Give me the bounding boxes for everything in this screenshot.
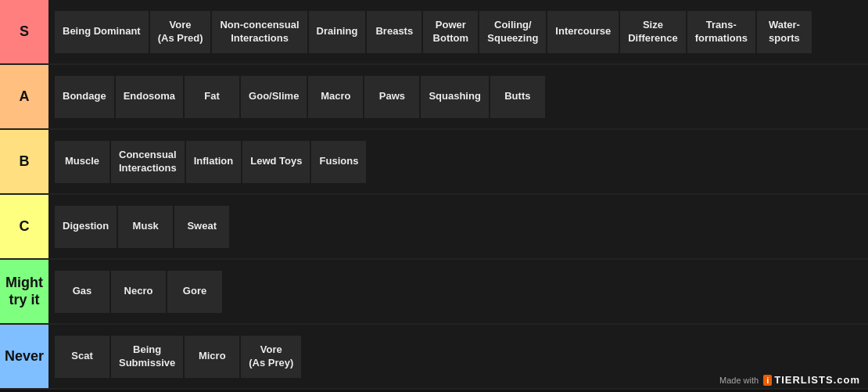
tier-label-a: A — [0, 65, 48, 128]
tier-item[interactable]: Scat — [55, 336, 109, 378]
tier-content-c: DigestionMuskSweat — [48, 195, 868, 258]
footer: Made with i TIERLISTS.com — [719, 374, 860, 386]
tier-item[interactable]: Non-concensual Interactions — [212, 11, 307, 53]
tier-item[interactable]: Squashing — [421, 76, 488, 118]
tier-row-c: CDigestionMuskSweat — [0, 195, 868, 260]
logo-text: TIERLISTS.com — [774, 374, 860, 386]
tier-item[interactable]: Size Difference — [620, 11, 686, 53]
tier-item[interactable]: Macro — [308, 76, 363, 118]
footer-logo: i TIERLISTS.com — [763, 374, 860, 386]
tier-item[interactable]: Butts — [490, 76, 545, 118]
tier-row-b: BMuscleConcensual InteractionsInflationL… — [0, 130, 868, 195]
tier-item[interactable]: Micro — [185, 336, 239, 378]
tier-item[interactable]: Water- sports — [757, 11, 812, 53]
tier-item[interactable]: Fusions — [311, 141, 366, 183]
tier-row-might: Might try itGasNecroGore — [0, 260, 868, 325]
tier-row-a: ABondageEndosomaFatGoo/SlimeMacroPawsSqu… — [0, 65, 868, 130]
tier-list: SBeing DominantVore (As Pred)Non-concens… — [0, 0, 868, 390]
tier-label-might: Might try it — [0, 260, 48, 323]
tier-item[interactable]: Being Submissive — [111, 336, 183, 378]
tier-row-s: SBeing DominantVore (As Pred)Non-concens… — [0, 0, 868, 65]
tier-item[interactable]: Breasts — [367, 11, 421, 53]
tier-item[interactable]: Lewd Toys — [242, 141, 310, 183]
tier-label-never: Never — [0, 325, 48, 388]
tier-item[interactable]: Intercourse — [547, 11, 619, 53]
tier-item[interactable]: Muscle — [55, 141, 109, 183]
tier-content-b: MuscleConcensual InteractionsInflationLe… — [48, 130, 868, 193]
tier-item[interactable]: Sweat — [174, 206, 229, 248]
tier-item[interactable]: Vore (As Prey) — [241, 336, 301, 378]
tier-item[interactable]: Goo/Slime — [241, 76, 307, 118]
tier-item[interactable]: Fat — [185, 76, 239, 118]
tier-item[interactable]: Musk — [118, 206, 173, 248]
tier-item[interactable]: Bondage — [55, 76, 114, 118]
tier-item[interactable]: Endosoma — [116, 76, 183, 118]
tier-content-might: GasNecroGore — [48, 260, 868, 323]
tier-item[interactable]: Necro — [111, 271, 166, 313]
tier-item[interactable]: Gas — [55, 271, 109, 313]
tier-content-s: Being DominantVore (As Pred)Non-concensu… — [48, 0, 868, 63]
tier-item[interactable]: Being Dominant — [55, 11, 149, 53]
footer-made-with: Made with — [719, 376, 759, 385]
tier-content-a: BondageEndosomaFatGoo/SlimeMacroPawsSqua… — [48, 65, 868, 128]
tier-item[interactable]: Draining — [309, 11, 366, 53]
tier-item[interactable]: Gore — [167, 271, 222, 313]
tier-item[interactable]: Inflation — [186, 141, 242, 183]
tier-label-b: B — [0, 130, 48, 193]
tier-item[interactable]: Vore (As Pred) — [150, 11, 211, 53]
tier-item[interactable]: Digestion — [55, 206, 117, 248]
tier-label-s: S — [0, 0, 48, 63]
tier-label-c: C — [0, 195, 48, 258]
tier-item[interactable]: Power Bottom — [423, 11, 478, 53]
tier-item[interactable]: Paws — [364, 76, 419, 118]
tier-item[interactable]: Trans- formations — [687, 11, 755, 53]
tier-item[interactable]: Concensual Interactions — [111, 141, 185, 183]
tier-item[interactable]: Coiling/ Squeezing — [479, 11, 546, 53]
logo-icon: i — [763, 375, 772, 386]
